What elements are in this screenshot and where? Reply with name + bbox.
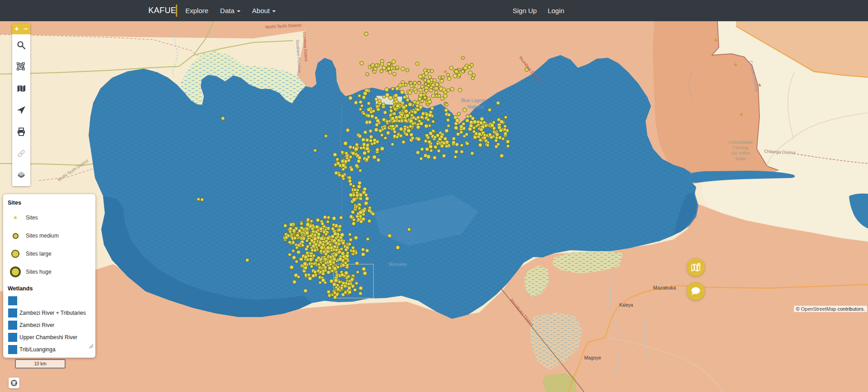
nav-link-signup[interactable]: Sign Up — [513, 7, 537, 14]
chevron-down-icon — [272, 10, 276, 12]
svg-text:Farming: Farming — [733, 145, 748, 150]
osm-link[interactable]: OpenStreetMap — [801, 306, 836, 312]
map-canvas[interactable]: Itezhi-Tezhi DistrictMumbwa DistrictSout… — [0, 21, 868, 392]
nav-link-about-dropdown[interactable]: About — [252, 7, 276, 14]
legend-wetlands-title: Wetlands — [8, 285, 91, 292]
wetland-swatch — [8, 321, 17, 330]
nav-link-login[interactable]: Login — [547, 7, 564, 14]
share-link-button[interactable] — [12, 143, 30, 164]
legend-panel[interactable]: Sites SitesSites mediumSites largeSites … — [3, 194, 95, 358]
brand-logo[interactable]: KAFUE — [148, 0, 176, 21]
svg-text:Kaleya: Kaleya — [619, 303, 633, 308]
site-size-swatch — [11, 250, 19, 258]
wetland-swatch — [8, 296, 17, 305]
scale-label: 10 km — [34, 361, 46, 366]
map-toolbar: + − — [12, 23, 30, 186]
resize-handle[interactable] — [89, 344, 94, 349]
legend-wetlands-list: Zambezi River + TributariesZambezi River… — [8, 294, 91, 355]
map-attribution: © OpenStreetMap contributors. — [794, 306, 867, 312]
svg-text:National: National — [467, 104, 484, 109]
layers-button[interactable] — [12, 164, 30, 186]
nav-right-links: Sign Up Login — [513, 0, 564, 21]
svg-text:Monyeke: Monyeke — [389, 262, 407, 267]
search-icon — [17, 41, 26, 50]
legend-wetland-label: Upper Chambeshi River — [19, 334, 77, 341]
attribution-suffix: contributors. — [837, 306, 865, 312]
legend-wetland-item[interactable]: Trib/Luanginga — [8, 343, 91, 355]
scale-bar: 10 km — [15, 359, 66, 369]
legend-content: Sites SitesSites mediumSites largeSites … — [3, 194, 95, 350]
nav-link-explore[interactable]: Explore — [185, 7, 208, 14]
legend-site-label: Sites huge — [26, 269, 52, 275]
svg-text:Consolidated: Consolidated — [729, 140, 753, 145]
nav-link-label: About — [252, 7, 270, 14]
legend-site-label: Sites large — [26, 251, 52, 257]
wetland-swatch — [8, 333, 17, 342]
nav-link-data-dropdown[interactable]: Data — [220, 7, 241, 14]
nav-links: Explore Data About — [185, 0, 276, 21]
legend-site-label: Sites — [26, 215, 38, 221]
legend-site-label: Sites medium — [26, 233, 59, 239]
zoom-out-button[interactable]: − — [21, 23, 30, 34]
globe-icon — [10, 379, 18, 387]
legend-wetland-item[interactable]: Zambezi River — [8, 319, 91, 331]
print-icon — [17, 127, 26, 136]
search-button[interactable] — [12, 34, 30, 56]
brand-separator — [176, 5, 177, 17]
copyright-symbol: © — [796, 306, 800, 312]
feedback-chat-fab[interactable] — [687, 282, 705, 300]
legend-wetland-item[interactable]: Zambezi River + Tributaries — [8, 307, 91, 319]
nav-link-label: Sign Up — [513, 7, 537, 14]
site-size-swatch — [13, 233, 19, 239]
site-size-swatch — [10, 266, 21, 277]
map-icon — [17, 84, 26, 93]
legend-sites-list: SitesSites mediumSites largeSites huge — [8, 209, 91, 281]
svg-text:Mazabuka: Mazabuka — [653, 285, 677, 290]
svg-text:Ltd. Kafue: Ltd. Kafue — [731, 151, 750, 155]
site-size-swatch — [14, 216, 17, 219]
chevron-down-icon — [237, 10, 241, 12]
basemap-button[interactable] — [12, 78, 30, 99]
legend-sites-title: Sites — [8, 200, 91, 206]
chat-bubble-icon — [690, 285, 702, 297]
box-select-button[interactable] — [12, 56, 30, 78]
svg-text:Sugar: Sugar — [735, 156, 746, 161]
nav-link-label: Login — [547, 7, 564, 14]
legend-site-item[interactable]: Sites medium — [8, 227, 91, 245]
nav-link-label: Explore — [185, 7, 208, 14]
legend-wetland-label: Trib/Luanginga — [19, 346, 56, 353]
tool-buttons — [12, 34, 30, 186]
link-icon — [17, 149, 26, 158]
app-root: Itezhi-Tezhi DistrictMumbwa DistrictSout… — [0, 0, 868, 392]
legend-wetland-label: Zambezi River + Tributaries — [19, 310, 86, 316]
legend-site-item[interactable]: Sites — [8, 209, 91, 227]
navbar: KAFUE Explore Data About Sign Up Login — [0, 0, 868, 21]
legend-wetland-label: Zambezi River — [19, 322, 54, 328]
map-pin-icon — [690, 262, 701, 273]
legend-wetland-item[interactable] — [8, 294, 91, 307]
box-select-icon — [17, 62, 26, 71]
basemap-switcher-fab[interactable] — [687, 258, 705, 276]
layers-icon — [16, 170, 26, 180]
nav-link-label: Data — [220, 7, 235, 14]
legend-site-item[interactable]: Sites huge — [8, 263, 91, 281]
zoom-controls: + − — [12, 23, 30, 34]
attribution-toggle-button[interactable] — [9, 378, 19, 388]
legend-site-item[interactable]: Sites large — [8, 245, 91, 263]
location-arrow-icon — [17, 106, 26, 115]
legend-wetland-item[interactable]: Upper Chambeshi River — [8, 331, 91, 343]
svg-text:Magoye: Magoye — [584, 355, 601, 360]
print-button[interactable] — [12, 121, 30, 143]
wetland-swatch — [8, 308, 17, 317]
locate-button[interactable] — [12, 99, 30, 121]
wetland-swatch — [8, 345, 17, 354]
svg-text:Blue Lagoon: Blue Lagoon — [461, 98, 486, 103]
zoom-in-button[interactable]: + — [12, 23, 21, 34]
